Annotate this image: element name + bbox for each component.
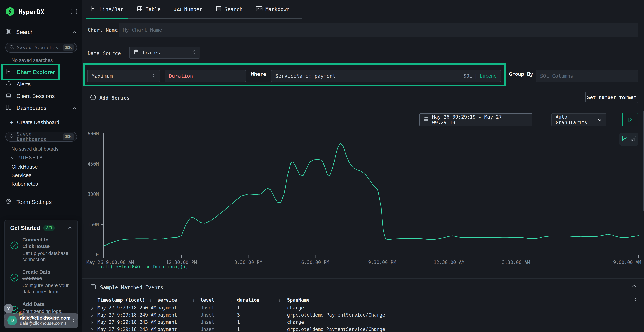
tab-underline-track [86,18,302,18]
sidebar-item-chart-explorer[interactable]: Chart Explorer [5,68,77,77]
lucene-toggle[interactable]: Lucene [480,73,496,79]
cell-timestamp: May 27 9:29:18.250 AM [98,305,156,310]
data-source-select[interactable]: Traces [129,46,200,59]
sql-toggle[interactable]: SQL [464,73,472,79]
sidebar-item-alerts[interactable]: Alerts [5,80,77,89]
tab-label: Markdown [266,6,290,12]
search-section-label: Search [16,29,68,36]
cell-duration: 1 [237,327,240,332]
sidebar-item-label: Alerts [16,81,30,88]
tab-label: Number [184,6,202,12]
presets-label: PRESETS [18,155,43,160]
select-chevrons-icon [192,49,196,56]
table-row[interactable]: May 27 9:29:18.250 AMpaymentUnset1charge [82,305,644,312]
section-divider [82,278,644,279]
cell-level: Unset [200,327,214,332]
table-row[interactable]: May 27 9:29:18.243 AMpaymentUnset1grpc.o… [82,327,644,332]
run-query-button[interactable] [622,113,638,126]
cell-spanname: charge [287,305,304,310]
get-started-progress-badge: 3/3 [43,225,55,231]
where-input[interactable]: ServiceName: payment SQL | Lucene [271,70,501,82]
list-icon [216,6,222,13]
tab-search[interactable]: Search [216,5,242,14]
date-range-input[interactable]: May 26 09:29:19 - May 27 09:29:19 [420,113,532,126]
saved-searches-placeholder: Saved Searches [17,45,60,50]
sidebar-item-client-sessions[interactable]: Client Sessions [5,92,77,101]
field-input[interactable]: Duration [164,70,246,82]
saved-dashboards-input[interactable]: Saved Dashboards ⌘K [5,132,77,142]
get-started-item[interactable]: Connect to ClickHouseSet up your databas… [5,233,78,265]
cell-level: Unset [200,320,214,325]
expand-row-icon[interactable] [91,327,94,332]
chevron-up-icon [72,105,77,111]
column-header-service[interactable]: service [158,297,177,303]
chart-legend[interactable]: maxIf(toFloat64O..ng(Duration))))) [89,264,188,270]
toggle-divider: | [474,73,477,79]
sidebar-section-search[interactable]: Search [5,28,77,36]
create-dashboard-button[interactable]: + Create Dashboard [10,118,82,127]
get-started-item[interactable]: Create Data SourcesConfigure where your … [5,265,78,298]
get-started-list: Connect to ClickHouseSet up your databas… [5,233,78,323]
preset-item-services[interactable]: Services [12,171,38,180]
legend-series-label: maxIf(toFloat64O..ng(Duration))))) [97,264,188,270]
svg-text:9:00:00 AM: 9:00:00 AM [613,260,641,265]
sidebar-item-label: Dashboards [16,105,68,111]
collapse-sidebar-icon[interactable] [71,9,77,15]
chevron-up-icon[interactable] [68,226,72,230]
cell-service: payment [158,327,177,332]
tab-number[interactable]: 123 Number [174,5,202,14]
presets-list: ClickHouseServicesKubernetes [12,162,38,188]
expand-row-icon[interactable] [91,313,94,318]
svg-text:6:30:00 PM: 6:30:00 PM [301,260,329,265]
expand-row-icon[interactable] [91,306,94,311]
aggregation-value: Maximum [92,73,113,79]
granularity-select[interactable]: Auto Granularity [551,113,606,126]
table-icon [137,6,143,13]
svg-text:300M: 300M [88,192,99,197]
group-by-input[interactable]: SQL Columns [536,70,638,82]
tab-line-bar[interactable]: Line/Bar [90,5,124,14]
column-header-spanname[interactable]: SpanName [287,297,310,303]
tab-label: Line/Bar [99,6,124,12]
expand-row-icon[interactable] [91,320,94,326]
tab-table[interactable]: Table [137,5,161,14]
collapse-section-icon[interactable] [632,285,636,288]
help-button[interactable]: ? [4,304,13,313]
tab-markdown[interactable]: Markdown [256,5,290,14]
get-started-card: Get Started 3/3 Connect to ClickHouseSet… [4,220,78,320]
table-row[interactable]: May 27 9:29:18.249 AMpaymentUnset3grpc.o… [82,312,644,320]
svg-text:600M: 600M [88,131,99,136]
table-row[interactable]: May 27 9:29:18.243 AMpaymentUnset1charge [82,320,644,327]
column-header-level[interactable]: level [200,297,214,303]
saved-searches-input[interactable]: Saved Searches ⌘K [5,42,77,52]
presets-group[interactable]: PRESETS [11,155,43,160]
sidebar-item-dashboards[interactable]: Dashboards [5,104,77,113]
tab-label: Search [224,6,242,12]
line-chart-canvas[interactable]: 0150M300M450M600MMay 26 9:00:00 AM12:30:… [82,130,644,268]
chart-name-input[interactable]: My Chart Name [118,22,638,37]
sidebar-item-label: Chart Explorer [16,69,55,76]
preset-item-kubernetes[interactable]: Kubernetes [12,180,38,188]
get-started-item-title: Add Data [22,302,44,307]
app-logo[interactable]: HyperDX [5,6,77,17]
get-started-item-title: Create Data Sources [22,269,50,281]
sidebar-item-team-settings[interactable]: Team Settings [5,198,77,207]
aggregation-select[interactable]: Maximum [87,70,160,82]
sample-events-header[interactable]: Sample Matched Events [90,284,163,291]
cell-spanname: grpc.oteldemo.PaymentService/Charge [287,327,385,332]
scrollbar-thumb[interactable] [642,111,644,211]
column-header-timestamp[interactable]: Timestamp (Local) [98,297,145,303]
add-series-button[interactable]: Add Series [90,94,130,102]
play-icon [628,117,633,122]
gear-icon [5,198,12,206]
preset-item-clickhouse[interactable]: ClickHouse [12,162,38,171]
select-chevrons-icon [152,73,156,80]
set-number-format-button[interactable]: Set number format [585,92,638,103]
check-circle-icon [10,269,18,295]
table-menu-icon[interactable]: ⋮ [633,297,638,303]
user-menu[interactable]: D dale@clickhouse.com dale@clickhouse.co… [4,314,78,328]
get-started-item-title: Connect to ClickHouse [22,237,50,249]
sample-events-title: Sample Matched Events [100,284,163,290]
column-header-duration[interactable]: duration [237,297,260,303]
svg-text:12:30:00 AM: 12:30:00 AM [434,260,464,265]
